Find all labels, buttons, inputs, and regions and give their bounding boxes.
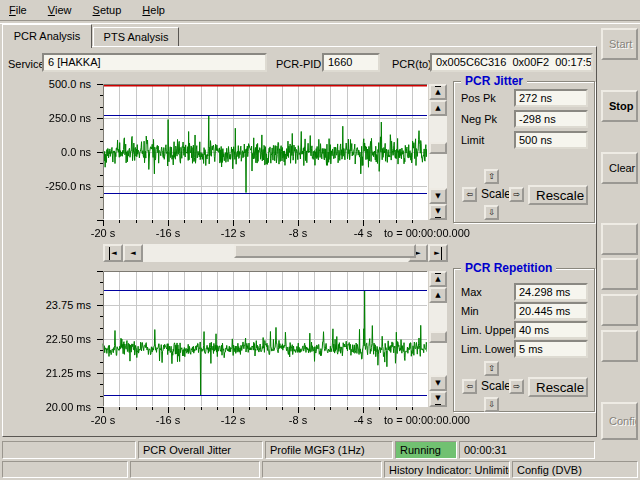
pcr-pid-label: PCR-PID bbox=[276, 58, 321, 70]
menu-item-setup[interactable]: Setup bbox=[84, 0, 131, 19]
status-elapsed-time: 00:00:31 bbox=[459, 441, 595, 459]
repetition-scale-label: Scale bbox=[481, 379, 511, 393]
menu-bar: File View Setup Help bbox=[0, 0, 640, 20]
jitter-vscroll-thumb[interactable] bbox=[429, 142, 447, 154]
pcr-repetition-x-tick-label: -8 s bbox=[276, 414, 320, 426]
repetition-scroll-down-icon[interactable]: ▼ bbox=[429, 375, 447, 391]
repetition-scroll-up-icon[interactable]: ▲ bbox=[429, 287, 447, 303]
time-horizontal-scrollbar: ◄ ◄ ► ► bbox=[103, 244, 448, 262]
repetition-scroll-page-down-icon[interactable]: ▼ bbox=[429, 391, 447, 407]
pcr-jitter-x-end-label: to = 00:00:00.000 bbox=[384, 227, 484, 239]
jitter-scroll-page-up-icon[interactable]: ▲ bbox=[429, 84, 447, 100]
pcr-repetition-panel-title: PCR Repetition bbox=[461, 261, 556, 275]
pos-pk-value: 272 ns bbox=[514, 89, 588, 107]
jitter-scale-left-icon[interactable]: ⇦ bbox=[462, 187, 477, 202]
pcr-analysis-window: File View Setup Help PCR Analysis PTS An… bbox=[0, 0, 640, 480]
status2-cell-1 bbox=[2, 461, 128, 478]
start-button[interactable]: Start bbox=[601, 28, 638, 60]
status2-cell-3 bbox=[262, 461, 382, 478]
pcr-repetition-x-tick-label: -16 s bbox=[146, 414, 190, 426]
pcr-pid-field: 1660 bbox=[322, 53, 380, 72]
pcr-jitter-panel: PCR Jitter Pos Pk 272 ns Neg Pk -298 ns … bbox=[453, 81, 595, 223]
min-label: Min bbox=[461, 305, 479, 317]
pcr-jitter-y-tick-label: 500.0 ns bbox=[26, 78, 91, 90]
status-history-indicator: History Indicator: Unlimited bbox=[384, 461, 510, 478]
clear-button[interactable]: Clear bbox=[601, 152, 638, 184]
max-label: Max bbox=[461, 286, 482, 298]
config-button[interactable]: Config bbox=[601, 402, 638, 440]
menu-divider bbox=[0, 20, 640, 24]
pcr-jitter-y-tick-label: -250.0 ns bbox=[26, 180, 91, 192]
pcr-jitter-panel-title: PCR Jitter bbox=[461, 74, 527, 88]
repetition-vscroll-thumb[interactable] bbox=[429, 331, 447, 343]
jitter-scale-right-icon[interactable]: ⇨ bbox=[509, 187, 524, 202]
softkey-blank-2[interactable] bbox=[601, 258, 638, 290]
limit-label: Limit bbox=[461, 134, 484, 146]
lim-lower-value: 5 ms bbox=[514, 340, 588, 358]
pcr-jitter-x-tick-label: -12 s bbox=[211, 227, 255, 239]
softkey-blank-4[interactable] bbox=[601, 330, 638, 362]
repetition-vscroll-track[interactable] bbox=[429, 303, 447, 375]
time-scroll-track[interactable] bbox=[143, 244, 408, 262]
jitter-scroll-up-icon[interactable]: ▲ bbox=[429, 100, 447, 116]
repetition-scale-left-icon[interactable]: ⇦ bbox=[462, 379, 477, 394]
pcr-jitter-chart bbox=[95, 84, 428, 228]
repetition-scale-up-icon[interactable]: ⇧ bbox=[484, 361, 499, 376]
menu-item-file[interactable]: File bbox=[0, 0, 36, 19]
status-profile: Profile MGF3 (1Hz) bbox=[265, 441, 393, 459]
pcr-repetition-panel: PCR Repetition Max 24.298 ms Min 20.445 … bbox=[453, 268, 595, 412]
jitter-rescale-button[interactable]: Rescale bbox=[528, 185, 588, 205]
time-scroll-left-icon[interactable]: ◄ bbox=[123, 244, 143, 262]
repetition-rescale-button[interactable]: Rescale bbox=[528, 377, 588, 397]
stop-button[interactable]: Stop bbox=[601, 90, 638, 122]
neg-pk-value: -298 ns bbox=[514, 110, 588, 128]
pcr-jitter-y-tick-label: 250.0 ns bbox=[26, 112, 91, 124]
pcr-jitter-x-tick-label: -8 s bbox=[276, 227, 320, 239]
time-scroll-home-icon[interactable]: ◄ bbox=[103, 244, 123, 262]
repetition-scroll-page-up-icon[interactable]: ▲ bbox=[429, 271, 447, 287]
neg-pk-label: Neg Pk bbox=[461, 113, 497, 125]
repetition-scale-down-icon[interactable]: ⇩ bbox=[484, 397, 499, 412]
max-value: 24.298 ms bbox=[514, 283, 588, 301]
jitter-scale-label: Scale bbox=[481, 187, 511, 201]
pcr-repetition-y-tick-label: 20.00 ms bbox=[26, 401, 91, 413]
lim-lower-label: Lim. Lower bbox=[461, 343, 515, 355]
jitter-vertical-scrollbar: ▲ ▲ ▼ ▼ bbox=[429, 84, 447, 220]
limit-value: 500 ns bbox=[514, 131, 588, 149]
tab-pts-analysis[interactable]: PTS Analysis bbox=[93, 27, 179, 47]
status-cell-empty bbox=[2, 441, 136, 459]
pcr-jitter-y-tick-label: 0.0 ns bbox=[26, 146, 91, 158]
jitter-vscroll-track[interactable] bbox=[429, 116, 447, 188]
pcr-repetition-x-tick-label: -12 s bbox=[211, 414, 255, 426]
tab-pcr-analysis[interactable]: PCR Analysis bbox=[2, 24, 92, 48]
pos-pk-label: Pos Pk bbox=[461, 92, 496, 104]
pcr-repetition-x-tick-label: -20 s bbox=[81, 414, 125, 426]
pcr-to-field: 0x005C6C316 0x00F2 00:17:5 bbox=[430, 53, 593, 72]
menu-item-help[interactable]: Help bbox=[133, 0, 174, 19]
status-running-cell: Running bbox=[395, 441, 457, 459]
pcr-repetition-chart bbox=[95, 271, 428, 415]
softkey-blank-1[interactable] bbox=[601, 223, 638, 255]
pcr-jitter-x-tick-label: -4 s bbox=[341, 227, 385, 239]
jitter-scale-up-icon[interactable]: ⇧ bbox=[484, 169, 499, 184]
pcr-jitter-x-tick-label: -20 s bbox=[81, 227, 125, 239]
lim-upper-label: Lim. Upper bbox=[461, 324, 515, 336]
service-label: Service bbox=[8, 58, 45, 70]
jitter-scroll-page-down-icon[interactable]: ▼ bbox=[429, 204, 447, 220]
pcr-to-label: PCR(to) bbox=[392, 58, 432, 70]
lim-upper-value: 40 ms bbox=[514, 321, 588, 339]
menu-item-view[interactable]: View bbox=[39, 0, 81, 19]
softkey-blank-3[interactable] bbox=[601, 294, 638, 326]
repetition-scale-right-icon[interactable]: ⇨ bbox=[509, 379, 524, 394]
pcr-repetition-y-tick-label: 21.25 ms bbox=[26, 367, 91, 379]
status2-cell-2 bbox=[130, 461, 260, 478]
repetition-vertical-scrollbar: ▲ ▲ ▼ ▼ bbox=[429, 271, 447, 407]
jitter-scroll-down-icon[interactable]: ▼ bbox=[429, 188, 447, 204]
time-scroll-end-icon[interactable]: ► bbox=[428, 244, 448, 262]
status-config-standard: Config (DVB) bbox=[512, 461, 638, 478]
pcr-jitter-x-tick-label: -16 s bbox=[146, 227, 190, 239]
service-field[interactable]: 6 [HAKKA] bbox=[42, 53, 267, 72]
jitter-scale-down-icon[interactable]: ⇩ bbox=[484, 205, 499, 220]
pcr-repetition-x-end-label: to = 00:00:00.000 bbox=[384, 414, 484, 426]
time-scroll-thumb[interactable] bbox=[234, 244, 416, 258]
